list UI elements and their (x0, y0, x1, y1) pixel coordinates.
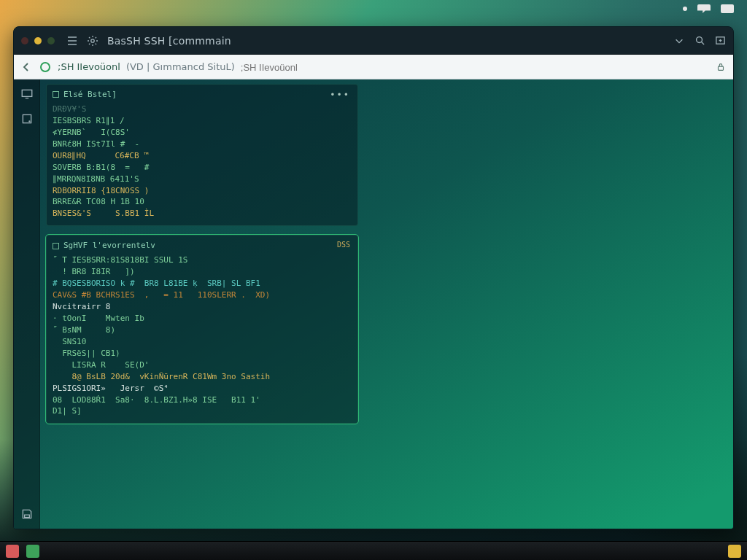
term-line: FRSëS|| CB1) (53, 348, 350, 359)
term-line: 8@ BsLB 20d& vKinÑürenR C81Wm 3no Sastih (53, 371, 350, 383)
pane-2-title: SgHVF l'evorrentelv (63, 240, 155, 252)
taskbar-notes[interactable] (728, 545, 741, 558)
back-icon[interactable] (20, 61, 33, 74)
term-line: BRRE&R TC08 H 1B 10 (53, 196, 350, 208)
taskbar (0, 541, 747, 560)
svg-rect-4 (22, 90, 32, 96)
svg-rect-7 (24, 515, 29, 517)
taskbar-app-b[interactable] (26, 545, 39, 558)
pane-2-badge: DSS (337, 240, 350, 251)
term-line: SNS10 (53, 336, 350, 348)
chevron-down-icon[interactable] (673, 35, 685, 47)
address-segment-a: ;SH IIevoüonl (58, 61, 120, 72)
term-line: D1| S] (53, 405, 350, 417)
lock-icon[interactable] (714, 61, 727, 74)
svg-point-1 (696, 37, 702, 43)
hamburger-menu-icon[interactable] (66, 35, 78, 47)
maximize-window-icon[interactable] (47, 37, 55, 44)
terminal-window: BasSH SSH [commmain ;SH IIevoüonl (VD | … (13, 26, 734, 529)
term-line: OUR8∥HQ C6#CB ™ (53, 150, 350, 162)
term-line: IESBSBRS R1∥1 / (53, 115, 350, 127)
address-segment-b: (VD | Gımmancd SituL) (126, 61, 235, 72)
system-tray (683, 4, 734, 13)
window-body: ••• Elsé Bstel] DRÐV¥'S IESBSBRS R1∥1 / … (14, 79, 733, 529)
term-line: ! BR8 I8IR ]) (53, 266, 350, 278)
save-icon[interactable] (20, 507, 34, 521)
window-controls (21, 37, 55, 44)
pane-marker-icon (53, 91, 59, 98)
disk-icon[interactable] (20, 112, 34, 126)
term-line: ˝ BsNM 8) (53, 324, 350, 336)
term-line: BNSES&'S S.BB1 ÌL (53, 208, 350, 219)
term-line: PLSIGS1ORI» Jersr ©S⁴ (53, 383, 350, 394)
term-line: # BQSESBORISO k # BR8 L81BE ḳ SRB| SL BF… (53, 278, 350, 289)
term-line: ∥MRRQN8I8NB 6411'S (53, 174, 350, 185)
status-dot-icon (683, 7, 687, 11)
pane-menu-icon[interactable]: ••• (330, 89, 350, 101)
term-line: LISRA R SE(D' (53, 359, 350, 371)
pane-1-output: DRÐV¥'S IESBSBRS R1∥1 / ≮YERNB` I(C8S' B… (53, 104, 350, 219)
address-input[interactable] (241, 62, 708, 73)
term-line: ≮YERNB` I(C8S' (53, 127, 350, 139)
pane-marker-icon (53, 243, 59, 249)
editor-area: ••• Elsé Bstel] DRÐV¥'S IESBSBRS R1∥1 / … (40, 79, 733, 529)
term-line: DRÐV¥'S (53, 104, 350, 115)
window-title: BasSH SSH [commmain (107, 35, 231, 47)
address-bar: ;SH IIevoüonl (VD | Gımmancd SituL) (14, 55, 733, 79)
term-line: SOVERB B:B1(8 = # (53, 162, 350, 174)
close-window-icon[interactable] (21, 37, 28, 44)
term-line: Nvcitrairr 8 (53, 301, 350, 313)
pane-1-title: Elsé Bstel] (63, 89, 117, 101)
svg-point-0 (91, 39, 94, 42)
pane-2-header: SgHVF l'evorrentelv (53, 240, 350, 252)
term-line: · tOonI Mwten Ib (53, 313, 350, 324)
svg-rect-3 (719, 66, 724, 70)
search-icon[interactable] (694, 35, 705, 47)
activity-rail (14, 79, 40, 529)
terminal-pane-1[interactable]: ••• Elsé Bstel] DRÐV¥'S IESBSBRS R1∥1 / … (46, 84, 358, 226)
new-tab-icon[interactable] (714, 35, 726, 47)
monitor-icon[interactable] (20, 87, 34, 101)
secure-circle-icon (39, 61, 52, 74)
chat-indicator-icon[interactable] (697, 4, 711, 13)
screen-indicator-icon[interactable] (721, 4, 734, 13)
window-titlebar: BasSH SSH [commmain (14, 27, 733, 55)
term-line: ˝ T IESBSRR:81S818BI SSUL 1S (53, 254, 350, 266)
svg-point-6 (28, 120, 30, 122)
term-line: RDBORRII8 {18CNOSS ) (53, 185, 350, 197)
pane-1-header: Elsé Bstel] (53, 89, 350, 101)
terminal-pane-2[interactable]: DSS SgHVF l'evorrentelv ˝ T IESBSRR:81S8… (46, 235, 358, 424)
pane-2-output: ˝ T IESBSRR:81S818BI SSUL 1S ! BR8 I8IR … (53, 254, 350, 417)
term-line: 08 LOD88Ŕ1 Sa8· 8.L.BZ1.H»8 ISE B11 1' (53, 394, 350, 406)
gear-icon[interactable] (87, 35, 98, 47)
term-line: CAV&S #B BCHRS1ES , = 11 110SLERR . XD) (53, 289, 350, 301)
term-line: BNRέ8H ISt7Il # - (53, 139, 350, 150)
minimize-window-icon[interactable] (34, 37, 42, 44)
taskbar-app-a[interactable] (6, 545, 19, 558)
